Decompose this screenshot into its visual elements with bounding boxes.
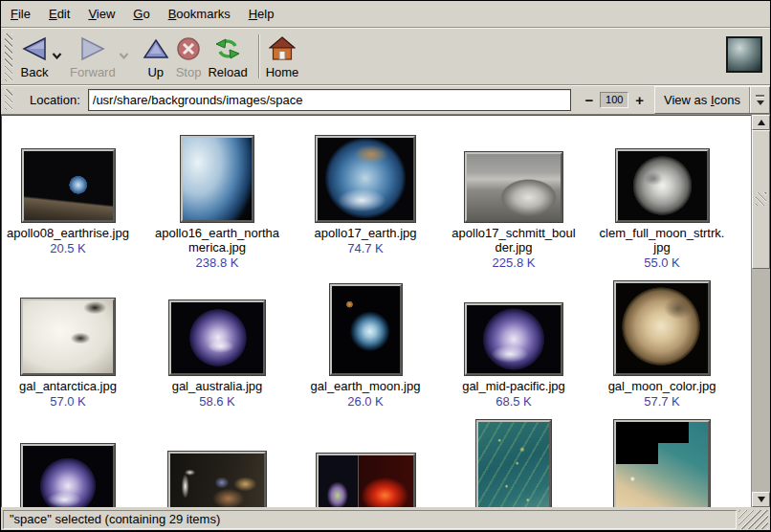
view-mode-label: View as Icons xyxy=(655,93,749,107)
menu-file[interactable]: File xyxy=(11,2,31,27)
zoom-in-button[interactable]: + xyxy=(635,92,644,108)
menu-help[interactable]: Help xyxy=(249,2,275,27)
zoom-out-button[interactable]: − xyxy=(585,92,594,108)
forward-icon xyxy=(78,33,107,65)
file-name: clem_full_moon_strtrk. jpg xyxy=(587,226,737,255)
file-size: 225.8 K xyxy=(439,255,588,270)
file-size: 26.0 K xyxy=(291,394,440,409)
menu-bar: File Edit View Go Bookmarks Help xyxy=(1,1,770,28)
file-item-partial[interactable] xyxy=(1,444,143,507)
menu-go[interactable]: Go xyxy=(133,2,149,27)
status-text: "space" selected (containing 29 items) xyxy=(4,512,220,526)
two-panel-nebula-thumbnail xyxy=(317,454,415,507)
home-button[interactable]: Home xyxy=(266,33,299,79)
gal-australia-thumbnail xyxy=(169,300,265,375)
file-manager-window: File Edit View Go Bookmarks Help Back Fo… xyxy=(0,0,771,532)
location-input[interactable] xyxy=(88,89,571,111)
file-size: 58.6 K xyxy=(143,394,292,409)
reload-button[interactable]: Reload xyxy=(208,33,247,79)
file-item-partial[interactable] xyxy=(439,420,588,507)
dropdown-indicator-icon xyxy=(751,95,769,105)
back-history-chevron-icon[interactable] xyxy=(52,46,62,63)
teal-orange-nebula-thumbnail xyxy=(614,420,710,507)
scroll-up-button[interactable] xyxy=(752,115,770,130)
scrollbar-thumb[interactable] xyxy=(752,130,770,269)
file-item[interactable]: apollo16_earth_northa merica.jpg 238.8 K xyxy=(143,136,292,270)
file-name: gal_australia.jpg xyxy=(143,379,292,393)
file-item-partial[interactable] xyxy=(143,452,292,507)
toolbar: Back Forward Up Stop xyxy=(1,28,770,85)
reload-icon xyxy=(214,33,241,65)
file-item[interactable]: apollo17_earth.jpg 74.7 K xyxy=(291,136,440,255)
toolbar-separator xyxy=(258,34,260,78)
menu-view[interactable]: View xyxy=(88,2,115,27)
gal-antarctica-thumbnail xyxy=(21,299,115,375)
home-label: Home xyxy=(266,65,299,79)
clem-full-moon-thumbnail xyxy=(616,149,709,222)
apollo17-schmitt-boulder-thumbnail xyxy=(465,152,562,222)
file-item[interactable]: apollo17_schmitt_boul der.jpg 225.8 K xyxy=(439,152,588,270)
file-item[interactable]: gal_moon_color.jpg 57.7 K xyxy=(587,281,737,409)
location-label: Location: xyxy=(30,93,80,107)
file-item[interactable]: clem_full_moon_strtrk. jpg 55.0 K xyxy=(587,149,737,270)
back-button[interactable]: Back xyxy=(20,33,49,79)
apollo16-earth-thumbnail xyxy=(181,136,253,222)
icon-view-canvas[interactable]: apollo08_earthrise.jpg 20.5 K apollo16_e… xyxy=(1,115,751,507)
file-name: gal_moon_color.jpg xyxy=(587,379,737,393)
file-item[interactable]: apollo08_earthrise.jpg 20.5 K xyxy=(1,149,143,255)
reload-label: Reload xyxy=(208,65,247,79)
gal-mid-pacific-thumbnail xyxy=(465,303,562,375)
file-name: gal_earth_moon.jpg xyxy=(291,379,440,393)
galaxy-pair-thumbnail xyxy=(168,452,266,507)
purple-earth-thumbnail xyxy=(21,444,115,507)
file-size: 74.7 K xyxy=(291,241,440,255)
apollo17-earth-thumbnail xyxy=(316,136,415,222)
file-item[interactable]: gal_antarctica.jpg 57.0 K xyxy=(1,299,143,409)
file-item-partial[interactable] xyxy=(587,420,737,507)
file-name: apollo17_schmitt_boul der.jpg xyxy=(439,226,588,255)
globe-throbber-icon xyxy=(726,36,762,73)
scroll-down-button[interactable] xyxy=(752,492,770,507)
file-item[interactable]: gal_earth_moon.jpg 26.0 K xyxy=(291,284,440,409)
file-name: gal_antarctica.jpg xyxy=(1,379,143,393)
up-icon xyxy=(143,33,169,65)
up-button[interactable]: Up xyxy=(143,33,169,79)
vertical-scrollbar[interactable] xyxy=(751,115,770,507)
back-label: Back xyxy=(21,65,49,79)
gal-earth-moon-thumbnail xyxy=(330,284,402,375)
menu-edit[interactable]: Edit xyxy=(49,2,70,27)
status-panel: "space" selected (containing 29 items) xyxy=(3,510,737,529)
up-label: Up xyxy=(147,65,164,79)
forward-button[interactable]: Forward xyxy=(70,33,116,79)
stop-label: Stop xyxy=(176,65,202,79)
stop-button: Stop xyxy=(176,33,202,79)
file-item[interactable]: gal_australia.jpg 58.6 K xyxy=(143,300,292,409)
menu-bookmarks[interactable]: Bookmarks xyxy=(168,2,231,27)
file-size: 20.5 K xyxy=(1,241,143,255)
file-size: 238.8 K xyxy=(143,255,292,270)
view-mode-dropdown[interactable]: View as Icons xyxy=(654,86,770,114)
content-area: apollo08_earthrise.jpg 20.5 K apollo16_e… xyxy=(1,115,770,507)
status-bar: "space" selected (containing 29 items) xyxy=(1,507,770,531)
teal-nebula-thumbnail xyxy=(476,420,551,507)
apollo08-earthrise-thumbnail xyxy=(22,149,115,222)
home-icon xyxy=(269,33,296,65)
forward-label: Forward xyxy=(70,65,116,79)
arrow-down-icon xyxy=(758,497,765,502)
gal-moon-color-thumbnail xyxy=(614,281,710,375)
file-name: apollo17_earth.jpg xyxy=(291,226,440,240)
location-bar-drag-handle[interactable] xyxy=(5,89,12,110)
location-bar: Location: − 100 + View as Icons xyxy=(1,85,770,115)
window-resize-grip[interactable] xyxy=(738,510,768,529)
back-icon xyxy=(20,33,49,65)
toolbar-drag-handle[interactable] xyxy=(5,33,12,81)
file-item-partial[interactable] xyxy=(291,454,440,507)
file-size: 55.0 K xyxy=(587,255,737,270)
zoom-level-indicator: 100 xyxy=(600,92,628,108)
file-name: gal_mid-pacific.jpg xyxy=(439,379,588,393)
arrow-up-icon xyxy=(758,120,765,125)
file-name: apollo16_earth_northa merica.jpg xyxy=(143,226,292,255)
file-item[interactable]: gal_mid-pacific.jpg 68.5 K xyxy=(439,303,588,409)
file-size: 57.7 K xyxy=(587,394,737,409)
stop-icon xyxy=(176,33,201,65)
